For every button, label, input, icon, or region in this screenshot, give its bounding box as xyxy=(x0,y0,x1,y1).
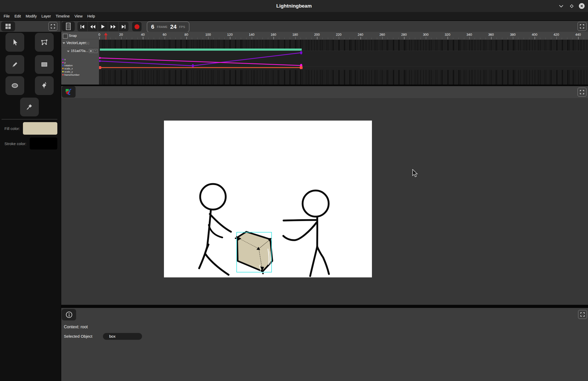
playhead-arrow-icon[interactable] xyxy=(104,33,108,35)
ruler-tick xyxy=(257,38,257,39)
info-tab-button[interactable] xyxy=(62,309,76,320)
stage-tab-button[interactable] xyxy=(62,86,76,98)
ruler-tick xyxy=(458,38,459,39)
object-toggle-fill[interactable] xyxy=(89,49,93,53)
property-row-frame-number[interactable]: frameNumber xyxy=(61,73,99,76)
keyframe-frameNumber[interactable] xyxy=(99,66,101,69)
sidebar-expand-button[interactable] xyxy=(48,22,57,31)
window-title: Lightningbeam xyxy=(0,0,588,12)
menu-timeline[interactable]: Timeline xyxy=(53,14,72,18)
tool-sidebar xyxy=(0,20,61,381)
menu-edit[interactable]: Edit xyxy=(12,14,23,18)
tool-select[interactable] xyxy=(5,33,24,52)
keyframe-curves xyxy=(99,40,588,85)
record-button[interactable] xyxy=(132,22,142,31)
tool-pencil[interactable] xyxy=(5,55,24,74)
chevron-down-icon[interactable] xyxy=(63,42,65,44)
keyframe-x[interactable] xyxy=(192,64,194,68)
tool-ellipse[interactable] xyxy=(5,76,24,95)
ruler-tick xyxy=(431,38,431,39)
paint-bucket-icon xyxy=(40,81,48,90)
ruler-tick xyxy=(475,38,475,39)
ruler-tick xyxy=(197,38,198,39)
ruler-tick xyxy=(148,38,149,39)
box-body xyxy=(237,232,272,271)
timeline-film-button[interactable] xyxy=(62,21,75,31)
info-icon xyxy=(66,311,72,318)
inspector-expand-button[interactable] xyxy=(578,310,587,319)
property-color-dot xyxy=(62,74,64,75)
ruler-tick xyxy=(159,38,160,39)
object-name[interactable]: 151ad70a... xyxy=(71,49,88,53)
menu-layer[interactable]: Layer xyxy=(39,14,53,18)
menu-modify[interactable]: Modify xyxy=(23,14,39,18)
tool-paint-bucket[interactable] xyxy=(35,76,54,95)
tool-transform[interactable] xyxy=(35,33,54,52)
keyframe-y[interactable] xyxy=(99,57,101,59)
play-button[interactable] xyxy=(98,22,108,31)
property-row-rotation[interactable]: rotation xyxy=(61,64,99,67)
tool-rectangle[interactable] xyxy=(35,55,54,74)
timeline-ruler[interactable]: 0204060801001201401601802002202402602803… xyxy=(99,32,588,40)
rewind-button[interactable] xyxy=(88,22,98,31)
ruler-label: 140 xyxy=(247,33,257,37)
menu-file[interactable]: File xyxy=(1,14,12,18)
maximize-icon[interactable] xyxy=(569,4,574,8)
property-row-scale-x[interactable]: scale_x xyxy=(61,67,99,70)
ruler-label: 120 xyxy=(225,33,235,37)
ruler-tick xyxy=(529,38,529,39)
curve-y[interactable] xyxy=(100,58,301,66)
fill-color-swatch[interactable] xyxy=(23,122,57,135)
ruler-tick xyxy=(382,37,383,39)
timeline-tracks[interactable] xyxy=(99,40,588,85)
fast-forward-button[interactable] xyxy=(108,22,118,31)
stroke-color-swatch[interactable] xyxy=(30,138,57,150)
rectangle-icon xyxy=(40,61,48,68)
timeline-expand-button[interactable] xyxy=(578,22,586,31)
playhead[interactable] xyxy=(106,35,106,40)
title-bar[interactable]: Lightningbeam xyxy=(0,0,588,12)
tool-eyedropper[interactable] xyxy=(20,98,39,116)
ruler-tick xyxy=(480,38,480,39)
layer-name[interactable]: VectorLayer[L] xyxy=(66,41,89,45)
ruler-tick xyxy=(262,38,263,39)
ruler-tick xyxy=(268,38,268,39)
skip-start-button[interactable] xyxy=(77,22,88,31)
property-row-y[interactable]: y xyxy=(61,61,99,64)
menu-view[interactable]: View xyxy=(72,14,85,18)
keyframe-frameNumber[interactable] xyxy=(300,66,303,69)
ruler-tick xyxy=(186,37,187,39)
play-icon xyxy=(101,25,105,29)
grid-icon xyxy=(5,23,11,29)
object-toggle-curve[interactable]: ~ xyxy=(94,49,97,53)
selected-object-field[interactable]: box xyxy=(103,333,142,340)
ruler-tick xyxy=(497,38,497,39)
keyframe-x[interactable] xyxy=(99,60,101,62)
ellipse-icon xyxy=(11,82,19,90)
vector-logo-icon xyxy=(65,88,72,96)
panel-grid-button[interactable] xyxy=(1,21,15,31)
frame-fps-display[interactable]: 6 FRAME 24 FPS xyxy=(147,21,189,32)
ruler-label: 400 xyxy=(529,33,540,37)
layer-extent-bar[interactable] xyxy=(100,49,302,51)
ruler-tick xyxy=(377,38,377,39)
chevron-down-icon[interactable] xyxy=(67,51,70,52)
stage-expand-button[interactable] xyxy=(578,88,586,97)
snap-checkbox[interactable] xyxy=(63,34,68,39)
ruler-tick xyxy=(486,38,486,39)
ruler-tick xyxy=(328,38,328,39)
drawing-canvas[interactable] xyxy=(164,121,372,277)
close-icon[interactable] xyxy=(579,3,585,9)
ruler-tick xyxy=(295,37,296,39)
skip-end-button[interactable] xyxy=(119,22,128,31)
menu-help[interactable]: Help xyxy=(85,14,97,18)
keyframe-x[interactable] xyxy=(300,51,302,55)
stage-header xyxy=(61,86,588,98)
row-separator xyxy=(61,48,99,48)
property-row-x[interactable]: x xyxy=(61,58,99,61)
minimize-icon[interactable] xyxy=(559,5,563,8)
property-row-scale-y[interactable]: scale_y xyxy=(61,70,99,73)
ruler-tick xyxy=(208,37,209,39)
ruler-tick xyxy=(371,38,372,39)
property-color-dot xyxy=(62,59,64,60)
